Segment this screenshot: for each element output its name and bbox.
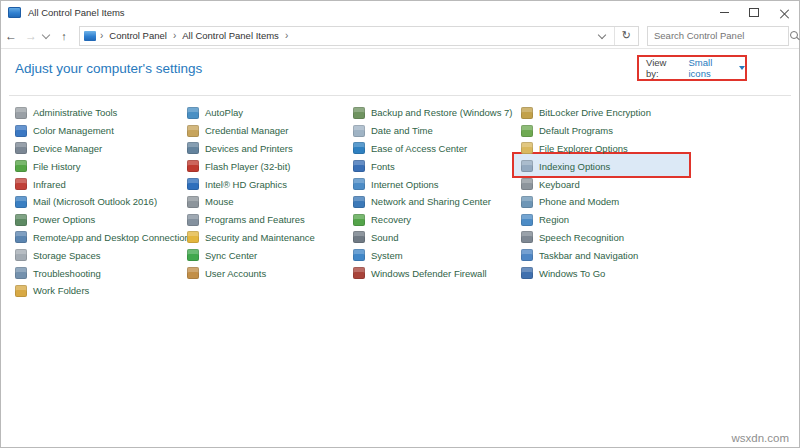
control-panel-item-programs-and-features[interactable]: Programs and Features (187, 211, 315, 229)
toolbar-divider (1, 48, 799, 49)
up-button[interactable]: ↑ (55, 30, 73, 42)
control-panel-item-sound[interactable]: Sound (353, 229, 513, 247)
item-label: Indexing Options (539, 161, 610, 172)
control-panel-item-power-options[interactable]: Power Options (15, 211, 195, 229)
control-panel-item-autoplay[interactable]: AutoPlay (187, 104, 315, 122)
date-time-icon (353, 125, 365, 137)
forward-button[interactable]: → (21, 29, 41, 43)
color-management-icon (15, 125, 27, 137)
refresh-icon[interactable]: ↻ (615, 29, 638, 42)
control-panel-item-troubleshooting[interactable]: Troubleshooting (15, 264, 195, 282)
item-label: Sync Center (205, 250, 257, 261)
chevron-down-icon[interactable] (739, 66, 745, 70)
user-accounts-icon (187, 267, 199, 279)
intel-hd-graphics-icon (187, 178, 199, 190)
item-label: Sound (371, 232, 398, 243)
control-panel-item-security-and-maintenance[interactable]: Security and Maintenance (187, 229, 315, 247)
item-label: RemoteApp and Desktop Connections (33, 232, 195, 243)
item-label: Region (539, 214, 569, 225)
control-panel-item-backup-and-restore-windows-7[interactable]: Backup and Restore (Windows 7) (353, 104, 513, 122)
search-input[interactable] (648, 29, 788, 42)
work-folders-icon (15, 285, 27, 297)
control-panel-item-storage-spaces[interactable]: Storage Spaces (15, 246, 195, 264)
item-label: File Explorer Options (539, 143, 628, 154)
close-button[interactable] (769, 1, 799, 23)
control-panel-item-bitlocker-drive-encryption[interactable]: BitLocker Drive Encryption (521, 104, 651, 122)
maximize-button[interactable] (739, 1, 769, 23)
breadcrumb-all-control-panel-items[interactable]: All Control Panel Items (180, 30, 281, 41)
control-panel-item-system[interactable]: System (353, 246, 513, 264)
programs-features-icon (187, 214, 199, 226)
firewall-icon (353, 267, 365, 279)
item-label: Phone and Modem (539, 196, 619, 207)
watermark: wsxdn.com (731, 432, 789, 444)
file-history-icon (15, 160, 27, 172)
address-bar[interactable]: › Control Panel › All Control Panel Item… (79, 26, 639, 46)
control-panel-item-indexing-options[interactable]: Indexing Options (521, 157, 651, 175)
infrared-icon (15, 178, 27, 190)
control-panel-item-work-folders[interactable]: Work Folders (15, 282, 195, 300)
power-options-icon (15, 214, 27, 226)
address-dropdown-chevron-icon[interactable] (598, 30, 606, 38)
control-panel-item-fonts[interactable]: Fonts (353, 157, 513, 175)
control-panel-item-region[interactable]: Region (521, 211, 651, 229)
item-label: Mail (Microsoft Outlook 2016) (33, 196, 157, 207)
control-panel-item-sync-center[interactable]: Sync Center (187, 246, 315, 264)
items-column-4: BitLocker Drive EncryptionDefault Progra… (521, 104, 651, 282)
item-label: Mouse (205, 196, 234, 207)
item-label: Taskbar and Navigation (539, 250, 638, 261)
view-by-dropdown[interactable]: Small icons (688, 57, 734, 79)
item-label: Color Management (33, 125, 114, 136)
item-label: Recovery (371, 214, 411, 225)
control-panel-item-credential-manager[interactable]: Credential Manager (187, 122, 315, 140)
control-panel-item-windows-defender-firewall[interactable]: Windows Defender Firewall (353, 264, 513, 282)
breadcrumb-separator-icon: › (96, 30, 107, 41)
search-box[interactable] (647, 26, 789, 46)
control-panel-item-flash-player-32-bit[interactable]: Flash Player (32-bit) (187, 157, 315, 175)
item-label: Administrative Tools (33, 107, 117, 118)
control-panel-item-default-programs[interactable]: Default Programs (521, 122, 651, 140)
breadcrumb-control-panel[interactable]: Control Panel (107, 30, 169, 41)
control-panel-item-device-manager[interactable]: Device Manager (15, 140, 195, 158)
control-panel-item-user-accounts[interactable]: User Accounts (187, 264, 315, 282)
remoteapp-icon (15, 231, 27, 243)
control-panel-item-taskbar-and-navigation[interactable]: Taskbar and Navigation (521, 246, 651, 264)
recent-pages-chevron-icon[interactable] (42, 30, 50, 38)
control-panel-item-ease-of-access-center[interactable]: Ease of Access Center (353, 140, 513, 158)
control-panel-item-mouse[interactable]: Mouse (187, 193, 315, 211)
view-by-highlight-box: View by: Small icons (637, 55, 747, 81)
control-panel-item-date-and-time[interactable]: Date and Time (353, 122, 513, 140)
control-panel-item-windows-to-go[interactable]: Windows To Go (521, 264, 651, 282)
item-label: Backup and Restore (Windows 7) (371, 107, 513, 118)
control-panel-item-file-history[interactable]: File History (15, 157, 195, 175)
control-panel-item-color-management[interactable]: Color Management (15, 122, 195, 140)
control-panel-item-infrared[interactable]: Infrared (15, 175, 195, 193)
control-panel-item-phone-and-modem[interactable]: Phone and Modem (521, 193, 651, 211)
control-panel-item-remoteapp-and-desktop-connections[interactable]: RemoteApp and Desktop Connections (15, 229, 195, 247)
header-divider (9, 95, 791, 96)
control-panel-item-mail-microsoft-outlook-2016[interactable]: Mail (Microsoft Outlook 2016) (15, 193, 195, 211)
minimize-button[interactable] (709, 1, 739, 23)
item-label: Credential Manager (205, 125, 288, 136)
speech-recognition-icon (521, 231, 533, 243)
control-panel-item-intel-hd-graphics[interactable]: Intel® HD Graphics (187, 175, 315, 193)
control-panel-item-file-explorer-options[interactable]: File Explorer Options (521, 140, 651, 158)
internet-options-icon (353, 178, 365, 190)
control-panel-item-speech-recognition[interactable]: Speech Recognition (521, 229, 651, 247)
item-label: Flash Player (32-bit) (205, 161, 291, 172)
control-panel-item-keyboard[interactable]: Keyboard (521, 175, 651, 193)
bitlocker-icon (521, 107, 533, 119)
item-label: Intel® HD Graphics (205, 179, 287, 190)
control-panel-item-administrative-tools[interactable]: Administrative Tools (15, 104, 195, 122)
item-label: Windows Defender Firewall (371, 268, 487, 279)
flash-player-icon (187, 160, 199, 172)
control-panel-item-internet-options[interactable]: Internet Options (353, 175, 513, 193)
admin-tools-icon (15, 107, 27, 119)
control-panel-item-devices-and-printers[interactable]: Devices and Printers (187, 140, 315, 158)
default-programs-icon (521, 125, 533, 137)
item-label: Date and Time (371, 125, 433, 136)
control-panel-item-recovery[interactable]: Recovery (353, 211, 513, 229)
file-explorer-options-icon (521, 142, 533, 154)
control-panel-item-network-and-sharing-center[interactable]: Network and Sharing Center (353, 193, 513, 211)
back-button[interactable]: ← (1, 29, 21, 43)
